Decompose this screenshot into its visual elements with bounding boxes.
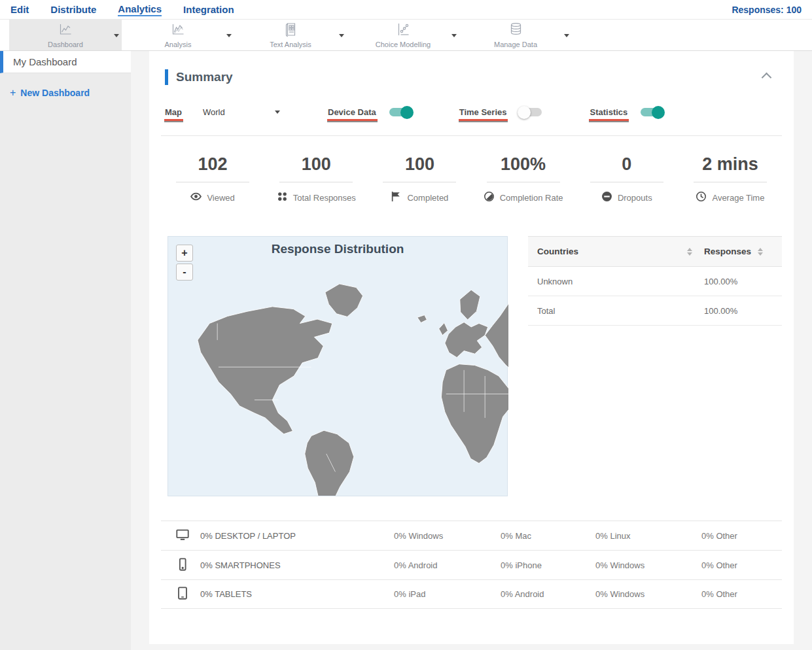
statistics-toggle[interactable] [641,108,663,116]
toolbar-item-manage-data[interactable]: Manage Data [459,20,572,50]
stat-label: Completion Rate [500,193,563,203]
nav-item-distribute[interactable]: Distribute [50,4,96,16]
chevron-down-icon[interactable] [339,34,344,37]
os-cell: 0% Other [701,589,780,599]
countries-column-label: Countries [537,247,578,256]
toggle-knob [652,106,665,119]
dashboard-sidebar: My Dashboard + New Dashboard [0,51,131,650]
map-region-value: World [203,107,225,117]
toolbar-item-dashboard[interactable]: Dashboard [9,20,122,50]
device-label: 0% SMARTPHONES [200,560,394,570]
toggle-knob [400,106,414,119]
database-icon [508,22,524,40]
chevron-down-icon[interactable] [564,34,569,37]
os-cell: 0% iPad [394,589,501,599]
chevron-down-icon[interactable] [114,34,119,37]
top-nav-bar: Edit Distribute Analytics Integration Re… [0,0,812,20]
stat-value: 100% [501,154,546,175]
nav-item-integration[interactable]: Integration [183,4,234,16]
os-cell: 0% Windows [595,589,701,599]
summary-controls: Map World Device Data Time Series Statis… [161,85,782,136]
accent-bar [165,69,168,85]
main-content: Summary Map World Device Data Time Serie… [131,51,812,650]
countries-table-header: Countries Responses [528,236,782,267]
toolbar-item-choice-modelling[interactable]: Choice Modelling [347,20,459,50]
chevron-down-icon[interactable] [451,34,457,37]
analytics-toolbar: Dashboard Analysis Text Analysis Choice … [0,20,812,51]
device-data-table: 0% DESKTOP / LAPTOP 0% Windows 0% Mac 0%… [161,521,782,609]
sort-icon[interactable] [687,248,692,256]
scatter-chart-icon [395,22,412,40]
summary-header: Summary [161,51,782,85]
table-row-smartphones: 0% SMARTPHONES 0% Android 0% iPhone 0% W… [161,550,782,579]
os-cell: 0% Windows [595,560,701,570]
minus-circle-icon [601,191,612,205]
nav-item-edit[interactable]: Edit [10,4,29,16]
map-title: Response Distribution [168,242,507,256]
stat-label: Total Responses [293,193,356,203]
divider [176,182,249,182]
contrast-icon [484,191,495,205]
stats-row: 102 Viewed 100 Total Responses [161,136,782,211]
time-series-toggle[interactable] [520,108,542,116]
responses-column-label: Responses [704,247,751,256]
device-data-control: Device Data [328,107,412,117]
map-section: Response Distribution + - [161,236,782,496]
map-region-select[interactable]: World [203,107,280,117]
toggle-knob [518,106,531,119]
toolbar-item-label: Dashboard [48,41,83,48]
stat-label: Completed [407,193,448,203]
os-cell: 0% Mac [501,531,595,541]
device-data-toggle[interactable] [389,108,412,116]
countries-table: Countries Responses Unknown 100.00% T [528,236,782,496]
smartphone-icon [175,557,190,573]
table-row: Total 100.00% [528,296,782,326]
os-cell: 0% Android [501,589,595,599]
flag-icon [391,191,402,205]
device-label: 0% DESKTOP / LAPTOP [200,531,394,541]
stat-label: Dropouts [618,193,652,203]
os-cell: 0% Other [701,531,780,541]
os-cell: 0% Android [394,560,501,570]
country-cell: Unknown [537,277,704,286]
chevron-down-icon[interactable] [226,34,232,37]
toolbar-item-analysis[interactable]: Analysis [122,20,234,50]
toolbar-item-label: Text Analysis [270,41,311,48]
table-row-tablets: 0% TABLETS 0% iPad 0% Android 0% Windows… [161,579,782,609]
sort-icon[interactable] [758,248,763,256]
stat-total-responses: 100 Total Responses [264,154,368,205]
stat-completion-rate: 100% Completion Rate [472,154,575,205]
stat-value: 100 [405,154,434,175]
new-dashboard-label: New Dashboard [20,88,90,98]
country-cell: Total [537,306,704,316]
map-label: Map [165,107,182,117]
dots-grid-icon [277,191,288,205]
line-chart-icon [170,22,186,40]
tablet-icon [175,586,190,602]
stat-value: 0 [622,154,631,175]
sidebar-item-my-dashboard[interactable]: My Dashboard [0,51,131,73]
line-chart-icon [58,22,74,40]
stat-completed: 100 Completed [368,154,471,205]
os-cell: 0% iPhone [501,560,595,570]
stat-average-time: 2 mins Average Time [679,154,782,205]
response-distribution-map[interactable]: Response Distribution + - [168,236,508,496]
world-map[interactable] [168,256,508,496]
stat-label: Viewed [207,193,234,203]
device-data-label: Device Data [328,107,376,117]
toolbar-item-label: Choice Modelling [376,41,431,48]
os-cell: 0% Windows [394,531,501,541]
toolbar-item-text-analysis[interactable]: Text Analysis [234,20,347,50]
os-cell: 0% Linux [595,531,701,541]
nav-item-analytics[interactable]: Analytics [118,3,162,16]
responses-cell: 100.00% [704,277,773,286]
divider [487,182,560,182]
os-cell: 0% Other [701,560,780,570]
new-dashboard-button[interactable]: + New Dashboard [10,87,131,99]
collapse-chevron-icon[interactable] [762,72,772,82]
eye-icon [190,191,202,205]
divider [590,182,663,182]
summary-panel: Summary Map World Device Data Time Serie… [149,51,794,644]
statistics-label: Statistics [590,107,627,117]
toolbar-item-label: Analysis [165,41,192,48]
